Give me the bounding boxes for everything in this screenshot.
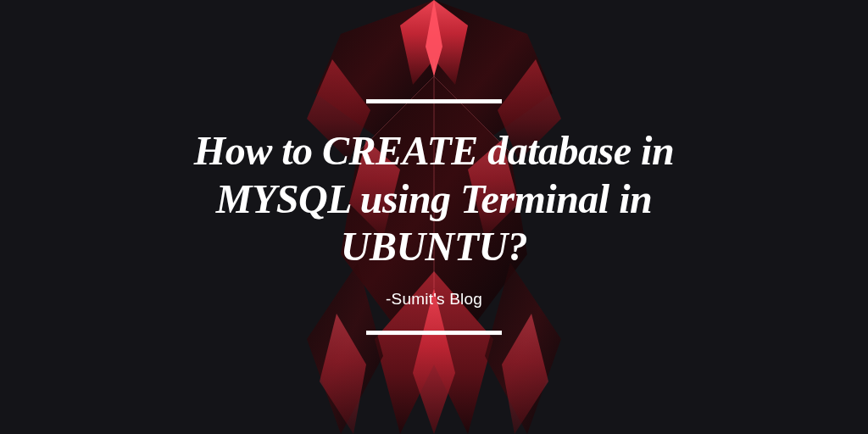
divider-top: [366, 99, 502, 103]
banner-content: How to CREATE database in MYSQL using Te…: [129, 99, 739, 335]
banner-author: -Sumit's Blog: [386, 290, 482, 309]
banner-title: How to CREATE database in MYSQL using Te…: [129, 127, 739, 271]
divider-bottom: [366, 331, 502, 335]
